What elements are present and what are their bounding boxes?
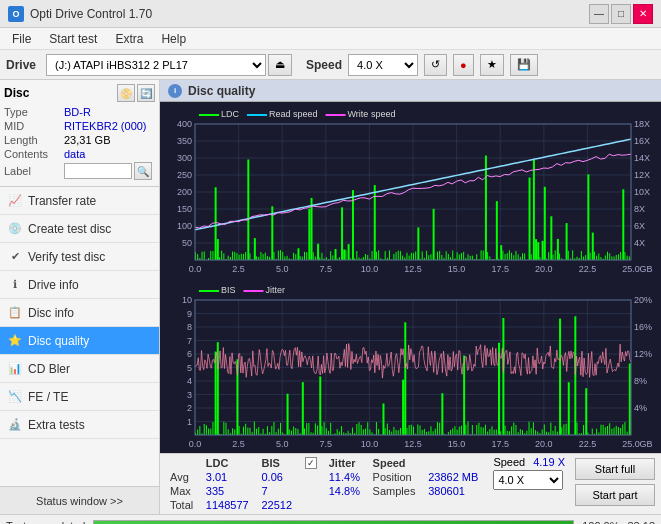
progress-bar-fill [94, 521, 573, 525]
disc-info-icon: 📋 [8, 306, 22, 320]
menu-item-start-test[interactable]: Start test [41, 30, 105, 48]
drivebar: Drive (J:) ATAPI iHBS312 2 PL17 ⏏ Speed … [0, 50, 661, 80]
menu-item-file[interactable]: File [4, 30, 39, 48]
refresh-button[interactable]: ↺ [424, 54, 447, 76]
menu-item-extra[interactable]: Extra [107, 30, 151, 48]
disc-icon-btn1[interactable]: 📀 [117, 84, 135, 102]
disc-type-row: Type BD-R [4, 106, 155, 118]
transfer-rate-icon: 📈 [8, 194, 22, 208]
disc-label-input[interactable] [64, 163, 132, 179]
disc-mid-label: MID [4, 120, 64, 132]
speed-display-label: Speed [493, 456, 525, 468]
close-button[interactable]: ✕ [633, 4, 653, 24]
disc-quality-label: Disc quality [28, 334, 89, 348]
create-test-disc-icon: 💿 [8, 222, 22, 236]
favorite-button[interactable]: ★ [480, 54, 504, 76]
content-area: i Disc quality LDC BIS ✓ [160, 80, 661, 514]
lower-chart [160, 278, 661, 453]
status-window-label: Status window >> [36, 495, 123, 507]
max-jitter: 14.8% [323, 484, 367, 498]
disc-type-label: Type [4, 106, 64, 118]
disc-header: Disc 📀 🔄 [4, 84, 155, 102]
fe-te-icon: 📉 [8, 390, 22, 404]
disc-section: Disc 📀 🔄 Type BD-R MID RITEKBR2 (000) Le… [0, 80, 159, 187]
start-part-button[interactable]: Start part [575, 484, 655, 506]
disc-label-label: Label [4, 165, 64, 177]
sidebar-item-cd-bler[interactable]: 📊CD Bler [0, 355, 159, 383]
menubar: FileStart testExtraHelp [0, 28, 661, 50]
col-ldc: LDC [200, 456, 256, 470]
jitter-checkbox[interactable]: ✓ [305, 457, 317, 469]
drive-selector[interactable]: (J:) ATAPI iHBS312 2 PL17 [46, 54, 266, 76]
drive-info-icon: ℹ [8, 278, 22, 292]
cd-bler-icon: 📊 [8, 362, 22, 376]
col-speed: Speed [367, 456, 423, 470]
chart-title: Disc quality [188, 84, 255, 98]
speed-display-value: 4.19 X [533, 456, 565, 468]
max-ldc: 335 [200, 484, 256, 498]
max-bis: 7 [255, 484, 298, 498]
minimize-button[interactable]: — [589, 4, 609, 24]
disc-title: Disc [4, 86, 29, 100]
statusbar: Tests completed 100.0% 33:13 [0, 514, 661, 524]
main-area: Disc 📀 🔄 Type BD-R MID RITEKBR2 (000) Le… [0, 80, 661, 514]
titlebar-controls: — □ ✕ [589, 4, 653, 24]
lower-chart-canvas [160, 278, 661, 453]
disc-icon-btn2[interactable]: 🔄 [137, 84, 155, 102]
avg-bis: 0.06 [255, 470, 298, 484]
sidebar-item-verify-test-disc[interactable]: ✔Verify test disc [0, 243, 159, 271]
save-button[interactable]: 💾 [510, 54, 538, 76]
sidebar-item-create-test-disc[interactable]: 💿Create test disc [0, 215, 159, 243]
avg-jitter: 11.4% [323, 470, 367, 484]
speed-stat-selector[interactable]: 4.0 X [493, 470, 563, 490]
disc-mid-value: RITEKBR2 (000) [64, 120, 147, 132]
disc-label-btn[interactable]: 🔍 [134, 162, 152, 180]
status-percent: 100.0% [582, 520, 619, 525]
start-full-button[interactable]: Start full [575, 458, 655, 480]
disc-label-row: Label 🔍 [4, 162, 155, 180]
extra-tests-icon: 🔬 [8, 418, 22, 432]
position-value: 23862 MB [422, 470, 485, 484]
extra-tests-label: Extra tests [28, 418, 85, 432]
chart-icon: i [168, 84, 182, 98]
maximize-button[interactable]: □ [611, 4, 631, 24]
disc-length-row: Length 23,31 GB [4, 134, 155, 146]
app-title: Opti Drive Control 1.70 [30, 7, 152, 21]
sidebar-item-transfer-rate[interactable]: 📈Transfer rate [0, 187, 159, 215]
status-time: 33:13 [627, 520, 655, 525]
sidebar-item-drive-info[interactable]: ℹDrive info [0, 271, 159, 299]
buttons-area: Start full Start part [573, 456, 657, 508]
position-label: Position [367, 470, 423, 484]
avg-ldc: 3.01 [200, 470, 256, 484]
speed-selector[interactable]: 4.0 X [348, 54, 418, 76]
nav-list: 📈Transfer rate💿Create test disc✔Verify t… [0, 187, 159, 486]
total-label: Total [164, 498, 200, 512]
disc-mid-row: MID RITEKBR2 (000) [4, 120, 155, 132]
charts-area [160, 102, 661, 453]
titlebar: O Opti Drive Control 1.70 — □ ✕ [0, 0, 661, 28]
fe-te-label: FE / TE [28, 390, 68, 404]
app-icon: O [8, 6, 24, 22]
transfer-rate-label: Transfer rate [28, 194, 96, 208]
avg-label: Avg [164, 470, 200, 484]
samples-label: Samples [367, 484, 423, 498]
status-window-button[interactable]: Status window >> [0, 486, 159, 514]
disc-contents-row: Contents data [4, 148, 155, 160]
sidebar-item-extra-tests[interactable]: 🔬Extra tests [0, 411, 159, 439]
record-button[interactable]: ● [453, 54, 474, 76]
col-jitter: Jitter [323, 456, 367, 470]
sidebar-item-disc-info[interactable]: 📋Disc info [0, 299, 159, 327]
disc-length-label: Length [4, 134, 64, 146]
status-text: Tests completed [6, 520, 85, 525]
sidebar-item-disc-quality[interactable]: ⭐Disc quality [0, 327, 159, 355]
drive-info-label: Drive info [28, 278, 79, 292]
upper-chart-canvas [160, 102, 661, 278]
disc-contents-label: Contents [4, 148, 64, 160]
sidebar-item-fe-te[interactable]: 📉FE / TE [0, 383, 159, 411]
col-bis: BIS [255, 456, 298, 470]
menu-item-help[interactable]: Help [153, 30, 194, 48]
verify-test-disc-icon: ✔ [8, 250, 22, 264]
samples-value: 380601 [422, 484, 485, 498]
eject-button[interactable]: ⏏ [268, 54, 292, 76]
speed-label: Speed [306, 58, 342, 72]
